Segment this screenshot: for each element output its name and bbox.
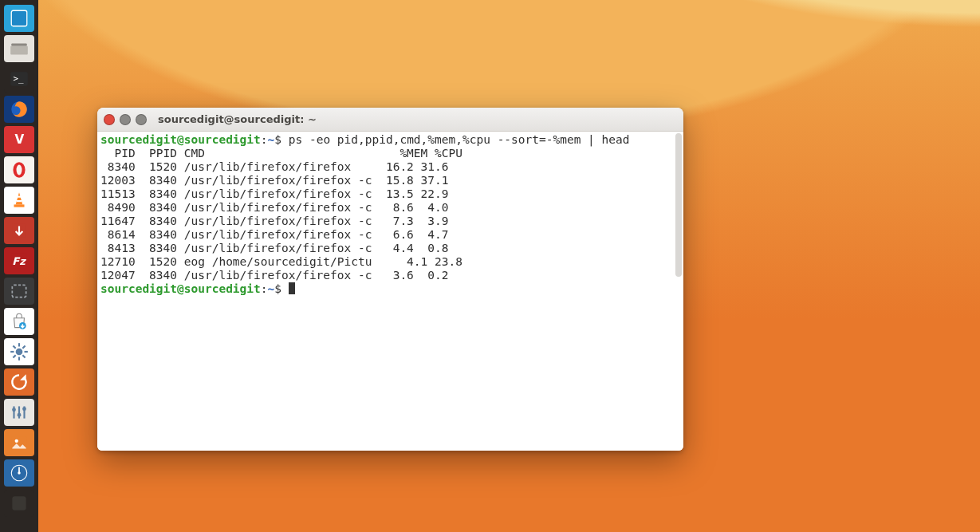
svg-line-27	[13, 355, 15, 357]
launcher-tweaks[interactable]	[4, 399, 34, 426]
software-center-icon	[9, 311, 30, 332]
svg-rect-18	[12, 285, 26, 297]
svg-rect-13	[18, 196, 21, 198]
launcher-software-center[interactable]	[4, 308, 34, 335]
tweaks-icon	[9, 402, 30, 423]
svg-point-33	[12, 408, 16, 412]
launcher-vlc[interactable]	[4, 187, 34, 214]
prompt-userhost: sourcedigit@sourcedigit	[100, 282, 261, 295]
prompt-sep: :	[261, 133, 268, 146]
svg-rect-12	[14, 204, 25, 207]
launcher-screenshot[interactable]	[4, 278, 34, 305]
svg-point-20	[16, 349, 23, 356]
svg-line-28	[22, 345, 25, 348]
svg-point-40	[18, 471, 20, 474]
terminal-window[interactable]: sourcedigit@sourcedigit: ~ sourcedigit@s…	[97, 108, 683, 451]
launcher-show-desktop[interactable]	[4, 5, 34, 32]
prompt-path: ~	[268, 282, 275, 295]
terminal-line: sourcedigit@sourcedigit:~$	[100, 282, 680, 296]
launcher-filezilla[interactable]: Fz	[4, 247, 34, 274]
svg-marker-29	[20, 374, 26, 380]
svg-line-25	[13, 345, 15, 348]
gear-icon	[9, 341, 30, 362]
vlc-icon	[9, 190, 30, 211]
terminal-process-row: 8413 8340 /usr/lib/firefox/firefox -c 4.…	[100, 242, 680, 255]
opera-icon	[9, 160, 30, 180]
files-icon	[9, 38, 30, 59]
svg-rect-41	[12, 496, 26, 510]
terminal-line: sourcedigit@sourcedigit:~$ ps -eo pid,pp…	[100, 133, 680, 147]
svg-rect-0	[11, 10, 27, 26]
window-maximize-button[interactable]	[136, 114, 147, 125]
svg-rect-14	[17, 200, 22, 202]
svg-text:V: V	[15, 132, 25, 147]
window-minimize-button[interactable]	[120, 114, 131, 125]
svg-marker-11	[16, 192, 23, 204]
terminal-process-row: 12710 1520 eog /home/sourcedigit/Pictu 4…	[100, 255, 680, 269]
prompt-sigil: $	[274, 282, 288, 295]
monitor-icon	[9, 463, 30, 483]
terminal-process-row: 12047 8340 /usr/lib/firefox/firefox -c 3…	[100, 269, 680, 282]
terminal-process-row: 8340 1520 /usr/lib/firefox/firefox 16.2 …	[100, 160, 680, 174]
window-close-button[interactable]	[104, 114, 115, 125]
svg-text:Fz: Fz	[12, 255, 26, 267]
generic-app-icon	[9, 493, 30, 514]
prompt-path: ~	[268, 133, 275, 146]
terminal-process-row: 12003 8340 /usr/lib/firefox/firefox -c 1…	[100, 174, 680, 187]
terminal-header-row: PID PPID CMD %MEM %CPU	[100, 147, 680, 160]
launcher-terminal[interactable]: >_	[4, 65, 34, 93]
terminal-scrollbar[interactable]	[675, 133, 682, 277]
prompt-sigil: $	[274, 133, 288, 146]
show-desktop-icon	[9, 8, 30, 29]
launcher-firefox[interactable]	[4, 96, 34, 123]
terminal-process-row: 11647 8340 /usr/lib/firefox/firefox -c 7…	[100, 215, 680, 228]
launcher-opera[interactable]	[4, 156, 34, 183]
prompt-sep: :	[261, 282, 268, 295]
launcher-system-monitor[interactable]	[4, 459, 34, 487]
image-icon	[9, 432, 30, 453]
terminal-process-row: 11513 8340 /usr/lib/firefox/firefox -c 1…	[100, 187, 680, 201]
launcher-app[interactable]	[4, 490, 34, 517]
prompt-userhost: sourcedigit@sourcedigit	[100, 133, 261, 146]
firefox-icon	[9, 99, 30, 120]
window-titlebar[interactable]: sourcedigit@sourcedigit: ~	[97, 108, 683, 132]
launcher-software-updater[interactable]	[4, 368, 34, 396]
vivaldi-icon: V	[9, 129, 30, 150]
svg-text:>_: >_	[13, 73, 24, 84]
launcher-image-viewer[interactable]	[4, 429, 34, 456]
terminal-process-row: 8614 8340 /usr/lib/firefox/firefox -c 6.…	[100, 228, 680, 242]
launcher-files[interactable]	[4, 35, 34, 62]
svg-rect-3	[10, 46, 28, 55]
command-text: ps -eo pid,ppid,cmd,%mem,%cpu --sort=-%m…	[289, 133, 630, 146]
terminal-viewport[interactable]: sourcedigit@sourcedigit:~$ ps -eo pid,pp…	[97, 132, 683, 451]
updater-icon	[9, 372, 30, 392]
launcher-vivaldi[interactable]: V	[4, 126, 34, 153]
window-title: sourcedigit@sourcedigit: ~	[158, 113, 317, 125]
svg-point-37	[15, 439, 18, 443]
svg-line-26	[22, 355, 25, 357]
launcher-dock: >_ V Fz	[0, 0, 38, 532]
screenshot-icon	[9, 281, 30, 301]
filezilla-icon: Fz	[9, 250, 30, 271]
launcher-settings[interactable]	[4, 338, 34, 365]
svg-rect-2	[11, 44, 27, 46]
terminal-cursor	[289, 282, 295, 294]
transmission-icon	[9, 220, 30, 241]
svg-point-35	[22, 407, 26, 411]
terminal-process-row: 8490 8340 /usr/lib/firefox/firefox -c 8.…	[100, 201, 680, 215]
terminal-icon: >_	[9, 69, 30, 89]
launcher-transmission[interactable]	[4, 217, 34, 244]
svg-point-10	[17, 165, 22, 175]
svg-point-34	[18, 413, 22, 417]
